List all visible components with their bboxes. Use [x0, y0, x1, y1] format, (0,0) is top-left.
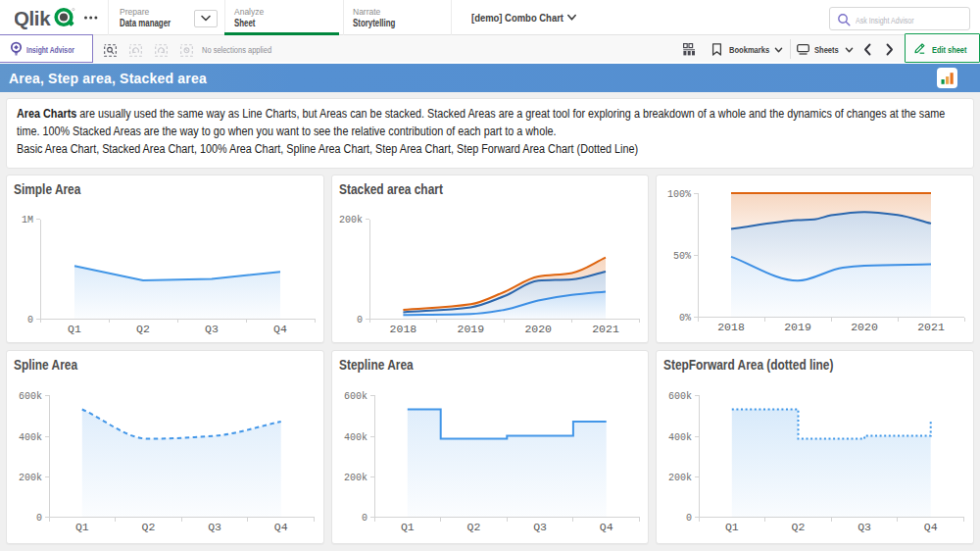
svg-text:2021: 2021 [917, 321, 945, 333]
svg-text:0: 0 [36, 513, 42, 524]
svg-text:0%: 0% [679, 313, 691, 324]
svg-text:Q4: Q4 [274, 521, 288, 533]
svg-text:Q2: Q2 [136, 323, 150, 335]
svg-text:Q2: Q2 [792, 521, 806, 533]
svg-text:200k: 200k [19, 473, 42, 483]
svg-text:100%: 100% [667, 189, 691, 200]
svg-text:Q3: Q3 [533, 521, 547, 533]
svg-text:400k: 400k [668, 432, 692, 443]
svg-text:Q4: Q4 [600, 521, 613, 533]
svg-text:Q4: Q4 [924, 521, 938, 533]
svg-text:Q1: Q1 [725, 521, 739, 533]
svg-text:Q1: Q1 [68, 323, 81, 335]
svg-text:50%: 50% [673, 251, 691, 262]
svg-text:Q4: Q4 [273, 323, 287, 335]
svg-text:2021: 2021 [592, 323, 619, 335]
svg-text:2018: 2018 [390, 323, 417, 335]
svg-text:600k: 600k [668, 391, 692, 402]
svg-text:600k: 600k [344, 391, 368, 402]
svg-text:2019: 2019 [457, 323, 484, 335]
svg-text:Q2: Q2 [467, 521, 481, 533]
svg-text:400k: 400k [19, 432, 42, 443]
svg-text:600k: 600k [19, 391, 42, 402]
svg-text:2019: 2019 [784, 321, 811, 333]
svg-text:Q2: Q2 [142, 521, 156, 533]
svg-text:Q3: Q3 [205, 323, 219, 335]
svg-text:2018: 2018 [717, 321, 745, 333]
svg-text:200k: 200k [668, 473, 692, 483]
svg-text:Q3: Q3 [858, 521, 871, 533]
svg-text:Q1: Q1 [75, 521, 89, 533]
svg-text:0: 0 [686, 513, 692, 524]
svg-text:0: 0 [27, 315, 33, 326]
svg-text:Qlik: Qlik [15, 7, 51, 29]
svg-text:200k: 200k [344, 473, 368, 483]
svg-text:0: 0 [362, 513, 368, 524]
svg-text:1M: 1M [22, 215, 33, 225]
svg-text:0: 0 [357, 315, 363, 326]
svg-text:400k: 400k [344, 432, 368, 443]
svg-text:Q3: Q3 [208, 521, 221, 533]
svg-text:200k: 200k [339, 215, 363, 225]
svg-text:2020: 2020 [524, 323, 552, 335]
svg-text:2020: 2020 [851, 321, 878, 333]
svg-text:Q1: Q1 [401, 521, 415, 533]
